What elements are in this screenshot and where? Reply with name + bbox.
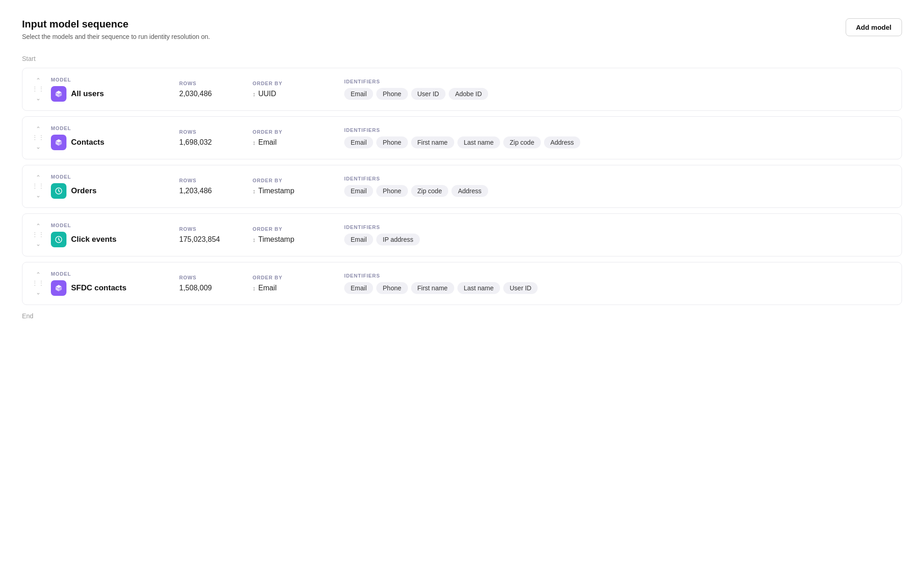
box-icon bbox=[51, 86, 66, 102]
identifiers-col-header: IDENTIFIERS bbox=[344, 224, 892, 230]
order-by-value: ↕Timestamp bbox=[253, 235, 344, 244]
move-down-button[interactable]: ⌄ bbox=[34, 94, 43, 102]
identifiers-wrap: EmailPhoneFirst nameLast nameUser ID bbox=[344, 282, 892, 294]
row-controls: ⌃ ⋮⋮ ⌄ bbox=[32, 271, 44, 296]
identifiers-wrap: EmailPhoneZip codeAddress bbox=[344, 185, 892, 197]
identifiers-column: IDENTIFIERSEmailPhoneFirst nameLast name… bbox=[344, 127, 892, 148]
identifiers-col-header: IDENTIFIERS bbox=[344, 176, 892, 181]
order-by-column: ORDER BY↕Timestamp bbox=[253, 178, 344, 195]
identifier-tag: Address bbox=[544, 136, 580, 148]
identifier-tag: Last name bbox=[457, 282, 500, 294]
rows-value: 1,203,486 bbox=[179, 187, 253, 195]
identifier-tag: User ID bbox=[411, 88, 446, 100]
model-col-header: MODEL bbox=[51, 77, 179, 82]
identifiers-col-header: IDENTIFIERS bbox=[344, 273, 892, 278]
model-column: MODEL All users bbox=[51, 77, 179, 102]
drag-handle-icon[interactable]: ⋮⋮ bbox=[32, 85, 44, 93]
move-down-button[interactable]: ⌄ bbox=[34, 143, 43, 151]
row-controls: ⌃ ⋮⋮ ⌄ bbox=[32, 125, 44, 151]
model-name-text: All users bbox=[71, 89, 104, 98]
box-icon bbox=[51, 135, 66, 150]
models-list: ⌃ ⋮⋮ ⌄ MODEL All usersROWS2,030,486ORDER… bbox=[22, 68, 902, 305]
model-name-text: Contacts bbox=[71, 138, 104, 147]
move-down-button[interactable]: ⌄ bbox=[34, 240, 43, 248]
drag-handle-icon[interactable]: ⋮⋮ bbox=[32, 182, 44, 190]
model-col-header: MODEL bbox=[51, 174, 179, 180]
page-subtitle: Select the models and their sequence to … bbox=[22, 33, 210, 40]
row-content: MODEL ContactsROWS1,698,032ORDER BY↕Emai… bbox=[51, 125, 892, 150]
order-by-value: ↕Email bbox=[253, 138, 344, 147]
identifier-tag: IP address bbox=[376, 234, 420, 245]
identifier-tag: Zip code bbox=[411, 185, 449, 197]
move-down-button[interactable]: ⌄ bbox=[34, 289, 43, 296]
identifier-tag: Phone bbox=[376, 282, 407, 294]
order-by-col-header: ORDER BY bbox=[253, 81, 344, 86]
rows-col-header: ROWS bbox=[179, 81, 253, 86]
identifier-tag: Phone bbox=[376, 88, 407, 100]
row-controls: ⌃ ⋮⋮ ⌄ bbox=[32, 174, 44, 199]
move-up-button[interactable]: ⌃ bbox=[34, 271, 43, 278]
table-row: ⌃ ⋮⋮ ⌄ MODEL OrdersROWS1,203,486ORDER BY… bbox=[22, 165, 902, 208]
order-by-value: ↕UUID bbox=[253, 90, 344, 98]
identifiers-col-header: IDENTIFIERS bbox=[344, 79, 892, 84]
move-down-button[interactable]: ⌄ bbox=[34, 191, 43, 199]
identifier-tag: Email bbox=[344, 136, 373, 148]
order-by-text: Timestamp bbox=[258, 187, 295, 195]
order-by-col-header: ORDER BY bbox=[253, 178, 344, 183]
drag-handle-icon[interactable]: ⋮⋮ bbox=[32, 134, 44, 141]
model-name-wrap: All users bbox=[51, 86, 179, 102]
identifier-tag: Address bbox=[451, 185, 488, 197]
order-by-col-header: ORDER BY bbox=[253, 275, 344, 280]
identifier-tag: Email bbox=[344, 282, 373, 294]
row-controls: ⌃ ⋮⋮ ⌄ bbox=[32, 222, 44, 248]
model-name-wrap: Contacts bbox=[51, 135, 179, 150]
drag-handle-icon[interactable]: ⋮⋮ bbox=[32, 279, 44, 287]
rows-col-header: ROWS bbox=[179, 226, 253, 232]
model-name-wrap: Click events bbox=[51, 232, 179, 247]
row-content: MODEL All usersROWS2,030,486ORDER BY↕UUI… bbox=[51, 77, 892, 102]
rows-column: ROWS2,030,486 bbox=[179, 81, 253, 98]
order-by-col-header: ORDER BY bbox=[253, 129, 344, 135]
header-left: Input model sequence Select the models a… bbox=[22, 18, 210, 40]
row-content: MODEL Click eventsROWS175,023,854ORDER B… bbox=[51, 223, 892, 247]
model-name-text: SFDC contacts bbox=[71, 283, 126, 293]
rows-column: ROWS1,203,486 bbox=[179, 178, 253, 195]
rows-column: ROWS1,508,009 bbox=[179, 275, 253, 292]
rows-value: 175,023,854 bbox=[179, 235, 253, 244]
rows-value: 1,698,032 bbox=[179, 138, 253, 147]
add-model-button[interactable]: Add model bbox=[846, 18, 902, 36]
identifiers-column: IDENTIFIERSEmailPhoneZip codeAddress bbox=[344, 176, 892, 197]
drag-handle-icon[interactable]: ⋮⋮ bbox=[32, 231, 44, 238]
order-by-value: ↕Timestamp bbox=[253, 187, 344, 195]
box-icon bbox=[51, 280, 66, 296]
move-up-button[interactable]: ⌃ bbox=[34, 222, 43, 230]
identifier-tag: User ID bbox=[503, 282, 538, 294]
model-name-text: Orders bbox=[71, 186, 97, 196]
move-up-button[interactable]: ⌃ bbox=[34, 125, 43, 133]
table-row: ⌃ ⋮⋮ ⌄ MODEL ContactsROWS1,698,032ORDER … bbox=[22, 116, 902, 159]
identifier-tag: First name bbox=[411, 282, 454, 294]
order-by-column: ORDER BY↕Timestamp bbox=[253, 226, 344, 244]
identifiers-wrap: EmailPhoneUser IDAdobe ID bbox=[344, 88, 892, 100]
rows-col-header: ROWS bbox=[179, 178, 253, 183]
model-column: MODEL Orders bbox=[51, 174, 179, 199]
move-up-button[interactable]: ⌃ bbox=[34, 76, 43, 84]
identifiers-column: IDENTIFIERSEmailIP address bbox=[344, 224, 892, 245]
sort-icon: ↕ bbox=[253, 188, 256, 195]
identifier-tag: Email bbox=[344, 185, 373, 197]
identifier-tag: Last name bbox=[457, 136, 500, 148]
model-name-wrap: SFDC contacts bbox=[51, 280, 179, 296]
rows-col-header: ROWS bbox=[179, 129, 253, 135]
sort-icon: ↕ bbox=[253, 236, 256, 243]
identifier-tag: Zip code bbox=[503, 136, 541, 148]
model-col-header: MODEL bbox=[51, 125, 179, 131]
order-by-column: ORDER BY↕Email bbox=[253, 129, 344, 147]
rows-column: ROWS175,023,854 bbox=[179, 226, 253, 244]
order-by-text: Email bbox=[258, 284, 277, 292]
clock-icon bbox=[51, 183, 66, 199]
model-col-header: MODEL bbox=[51, 223, 179, 228]
model-column: MODEL Contacts bbox=[51, 125, 179, 150]
move-up-button[interactable]: ⌃ bbox=[34, 174, 43, 181]
page-title: Input model sequence bbox=[22, 18, 210, 30]
order-by-value: ↕Email bbox=[253, 284, 344, 292]
